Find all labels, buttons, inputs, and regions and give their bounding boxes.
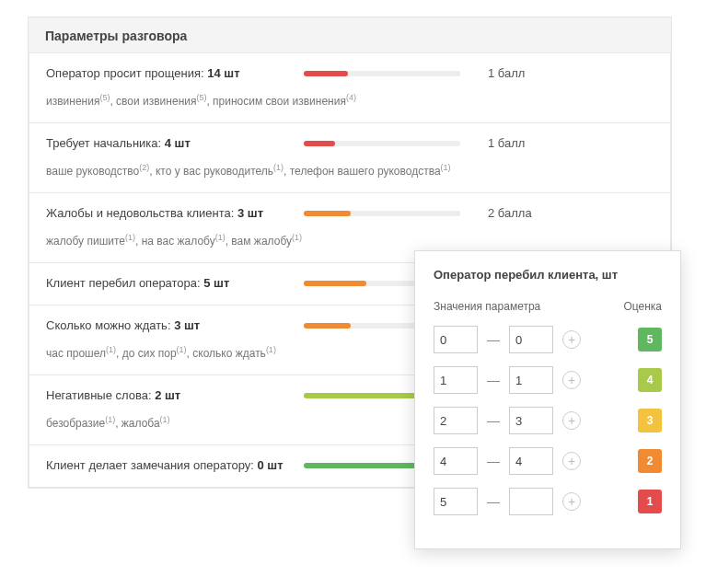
detail-term: , телефон вашего руководства [284, 165, 440, 178]
parameter-score: 1 балл [488, 66, 525, 80]
bar-fill [304, 141, 335, 146]
parameter-count: 3 шт [237, 206, 263, 220]
range-dash: — [487, 454, 500, 468]
score-badge: 2 [638, 449, 662, 473]
panel-title: Параметры разговора [29, 17, 671, 52]
parameter-details: ваше руководство(2), кто у вас руководит… [46, 163, 654, 178]
parameter-count: 2 шт [155, 388, 180, 402]
col-values-label: Значения параметра [434, 300, 540, 313]
bar-fill [304, 211, 351, 216]
parameter-label: Негативные слова: 2 шт [46, 388, 304, 402]
score-row: —+3 [434, 407, 662, 434]
detail-term: , на вас жалобу [135, 235, 215, 248]
range-to-input[interactable] [509, 488, 553, 515]
parameter-card: Требует начальника: 4 шт1 баллваше руков… [29, 123, 671, 193]
range-dash: — [487, 332, 500, 347]
range-to-input[interactable] [509, 407, 553, 434]
parameter-score: 2 балла [488, 206, 532, 220]
range-from-input[interactable] [434, 366, 478, 394]
score-badge: 4 [638, 368, 662, 392]
detail-count: (2) [139, 163, 149, 172]
col-score-label: Оценка [623, 300, 662, 313]
detail-count: (1) [292, 233, 302, 242]
detail-count: (1) [441, 163, 451, 172]
detail-count: (1) [177, 345, 187, 354]
detail-count: (5) [196, 93, 206, 102]
range-to-input[interactable] [509, 447, 553, 475]
detail-count: (1) [125, 233, 135, 242]
parameter-details: жалобу пишите(1), на вас жалобу(1), вам … [46, 233, 654, 248]
parameter-label: Клиент делает замечания оператору: 0 шт [46, 458, 304, 472]
score-badge: 1 [638, 490, 662, 513]
parameter-bar [304, 141, 460, 146]
detail-term: , сколько ждать [187, 347, 266, 360]
range-from-input[interactable] [434, 447, 478, 475]
parameter-card: Оператор просит прощения: 14 шт1 баллизв… [29, 52, 671, 123]
parameter-count: 4 шт [165, 136, 191, 150]
parameter-bar [304, 211, 460, 216]
range-from-input[interactable] [434, 407, 478, 434]
detail-term: жалобу пишите [46, 235, 125, 248]
parameter-label: Требует начальника: 4 шт [46, 136, 304, 150]
detail-term: , кто у вас руководитель [149, 165, 273, 178]
detail-count: (1) [215, 233, 226, 242]
range-dash: — [487, 413, 500, 428]
add-range-button[interactable]: + [562, 452, 581, 470]
score-popup: Оператор перебил клиента, шт Значения па… [414, 250, 681, 549]
parameter-label: Клиент перебил оператора: 5 шт [46, 276, 304, 290]
detail-term: час прошел [46, 347, 106, 360]
bar-fill [304, 323, 351, 329]
parameter-label: Оператор просит прощения: 14 шт [46, 66, 304, 80]
bar-fill [304, 281, 366, 286]
parameter-count: 14 шт [207, 66, 239, 80]
detail-term: безобразие [46, 417, 105, 430]
parameter-count: 3 шт [174, 318, 200, 332]
add-range-button[interactable]: + [562, 411, 581, 430]
score-row: —+2 [434, 447, 662, 475]
score-row: —+4 [434, 366, 662, 394]
detail-term: , до сих пор [116, 347, 177, 360]
parameter-bar [304, 71, 460, 76]
parameter-count: 5 шт [203, 276, 229, 290]
parameter-score: 1 балл [488, 136, 525, 150]
parameter-label: Жалобы и недовольства клиента: 3 шт [46, 206, 304, 220]
detail-count: (1) [106, 345, 116, 354]
range-to-input[interactable] [509, 366, 553, 394]
detail-count: (5) [99, 93, 110, 102]
add-range-button[interactable]: + [562, 492, 581, 511]
add-range-button[interactable]: + [562, 371, 581, 389]
detail-term: , приносим свои извинения [206, 95, 346, 108]
detail-term: , вам жалобу [226, 235, 292, 248]
score-row: —+1 [434, 488, 662, 515]
popup-header: Значения параметра Оценка [434, 300, 662, 313]
score-badge: 3 [638, 409, 662, 432]
parameter-label: Сколько можно ждать: 3 шт [46, 318, 304, 332]
detail-count: (1) [266, 345, 276, 354]
detail-term: , жалоба [115, 417, 159, 430]
detail-term: , свои извинения [110, 95, 196, 108]
detail-count: (1) [105, 415, 115, 424]
parameter-details: извинения(5), свои извинения(5), приноси… [46, 93, 654, 108]
range-from-input[interactable] [434, 326, 478, 353]
range-dash: — [487, 373, 500, 387]
range-from-input[interactable] [434, 488, 478, 515]
detail-count: (1) [273, 163, 284, 172]
range-dash: — [487, 494, 500, 509]
detail-count: (1) [160, 415, 170, 424]
score-row: —+5 [434, 326, 662, 353]
range-to-input[interactable] [509, 326, 553, 353]
popup-title: Оператор перебил клиента, шт [434, 268, 662, 282]
detail-term: ваше руководство [46, 165, 139, 178]
add-range-button[interactable]: + [562, 330, 581, 349]
parameter-count: 0 шт [258, 458, 284, 472]
score-badge: 5 [638, 328, 662, 352]
bar-fill [304, 71, 348, 76]
detail-count: (4) [346, 93, 356, 102]
detail-term: извинения [46, 95, 99, 108]
